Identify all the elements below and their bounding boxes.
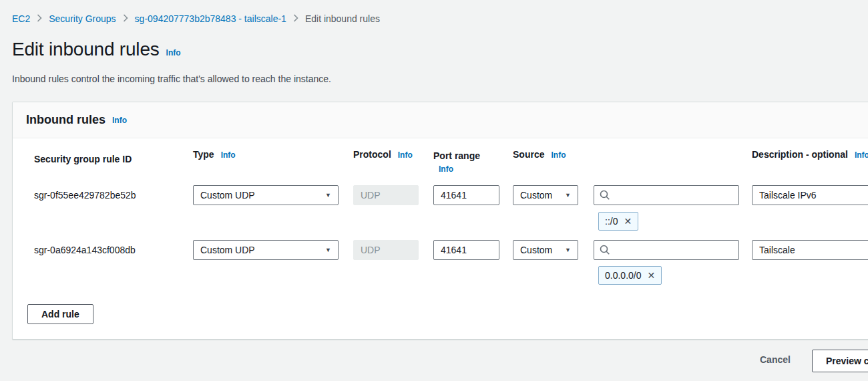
breadcrumb: EC2 Security Groups sg-094207773b2b78483… <box>12 13 380 24</box>
add-rule-button[interactable]: Add rule <box>27 304 93 324</box>
source-select[interactable]: Custom ▼ <box>513 240 578 260</box>
chevron-right-icon <box>123 13 128 24</box>
preview-changes-button[interactable]: Preview changes <box>812 350 868 372</box>
remove-token-button[interactable]: ✕ <box>648 271 656 280</box>
type-select-value: Custom UDP <box>200 190 255 201</box>
close-icon: ✕ <box>648 270 656 281</box>
source-token-value: ::/0 <box>605 216 618 227</box>
source-token-value: 0.0.0.0/0 <box>605 270 642 281</box>
source-search-input[interactable] <box>594 240 739 260</box>
column-header-type: TypeInfo <box>193 149 339 160</box>
dropdown-arrow-icon: ▼ <box>325 192 331 199</box>
source-select-value: Custom <box>520 245 552 255</box>
type-select[interactable]: Custom UDP ▼ <box>193 240 339 260</box>
breadcrumb-link-security-groups[interactable]: Security Groups <box>49 13 116 24</box>
dropdown-arrow-icon: ▼ <box>565 192 571 199</box>
description-info-link[interactable]: Info <box>855 150 868 160</box>
type-select-value: Custom UDP <box>200 245 255 255</box>
rule-row: sgr-0a6924a143cf008db Custom UDP ▼ UDP C… <box>13 240 868 260</box>
page-description: Inbound rules control the incoming traff… <box>12 74 331 84</box>
close-icon: ✕ <box>624 216 632 227</box>
page-info-link[interactable]: Info <box>166 48 181 57</box>
column-headers: Security group rule ID TypeInfo Protocol… <box>13 149 868 176</box>
type-info-link[interactable]: Info <box>221 150 236 160</box>
source-search <box>594 185 739 205</box>
description-input[interactable] <box>752 185 868 205</box>
source-search-input[interactable] <box>594 185 739 205</box>
rule-id: sgr-0f55ee429782be52b <box>34 185 181 205</box>
port-range-info-link[interactable]: Info <box>439 162 499 176</box>
port-range-input[interactable] <box>433 185 499 205</box>
chevron-right-icon <box>293 13 298 24</box>
column-header-source: SourceInfo <box>513 149 578 160</box>
column-header-rule-id: Security group rule ID <box>34 149 181 169</box>
protocol-info-link[interactable]: Info <box>398 150 413 160</box>
dropdown-arrow-icon: ▼ <box>565 247 571 253</box>
source-token: 0.0.0.0/0 ✕ <box>598 266 662 285</box>
page-title: Edit inbound rules <box>12 39 160 60</box>
inbound-rules-panel: Inbound rules Info Security group rule I… <box>12 102 868 340</box>
port-range-input[interactable] <box>433 240 499 260</box>
remove-token-button[interactable]: ✕ <box>624 217 632 226</box>
panel-info-link[interactable]: Info <box>112 116 127 125</box>
source-select-value: Custom <box>520 190 552 201</box>
rule-id: sgr-0a6924a143cf008db <box>34 240 181 260</box>
source-search <box>594 240 739 260</box>
breadcrumb-link-security-group[interactable]: sg-094207773b2b78483 - tailscale-1 <box>135 13 286 24</box>
chevron-right-icon <box>37 13 42 24</box>
cancel-button[interactable]: Cancel <box>753 353 797 366</box>
protocol-field: UDP <box>353 185 419 205</box>
column-header-port-range: Port range Info <box>433 149 499 176</box>
dropdown-arrow-icon: ▼ <box>325 247 331 253</box>
column-header-protocol: ProtocolInfo <box>353 149 419 160</box>
description-input[interactable] <box>752 240 868 260</box>
panel-header: Inbound rules Info <box>13 102 868 138</box>
page-header: Edit inbound rules Info <box>12 39 181 60</box>
protocol-field: UDP <box>353 240 419 260</box>
panel-title: Inbound rules <box>26 113 105 127</box>
source-select[interactable]: Custom ▼ <box>513 185 578 205</box>
column-header-description: Description - optionalInfo <box>752 149 868 160</box>
type-select[interactable]: Custom UDP ▼ <box>193 185 339 205</box>
breadcrumb-link-ec2[interactable]: EC2 <box>12 13 30 24</box>
breadcrumb-current: Edit inbound rules <box>305 13 380 24</box>
rule-row: sgr-0f55ee429782be52b Custom UDP ▼ UDP C… <box>13 185 868 205</box>
source-token: ::/0 ✕ <box>598 212 638 231</box>
source-info-link[interactable]: Info <box>551 150 566 160</box>
